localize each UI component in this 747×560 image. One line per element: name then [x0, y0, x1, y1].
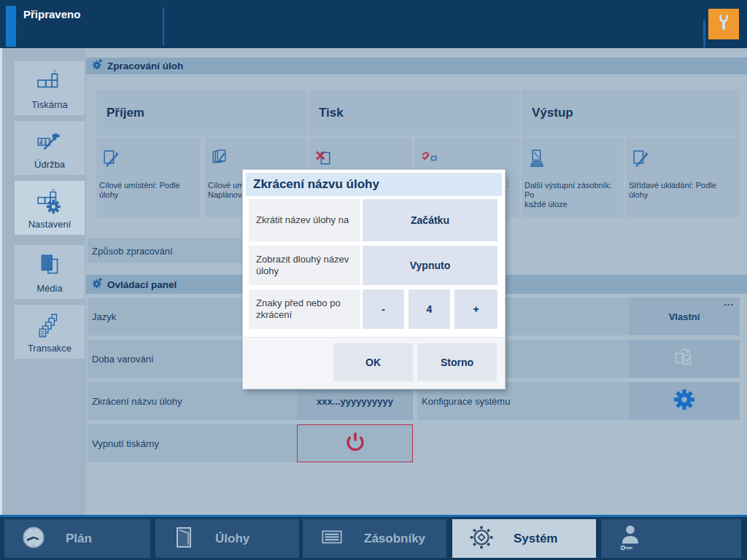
more-options-ellipsis: ...: [724, 297, 734, 308]
topbar-divider-right: [703, 20, 705, 47]
check-red-printer-icon: [420, 149, 440, 171]
show-long-name-toggle-button[interactable]: Vypnuto: [363, 246, 498, 285]
plus-label: +: [473, 303, 479, 315]
nav-tab-label: Úlohy: [215, 532, 249, 546]
sidebar-item-media[interactable]: Média: [15, 245, 85, 299]
column-header-label: Tisk: [319, 106, 344, 120]
printer-status-text: Připraveno: [23, 8, 80, 20]
card-output-tray[interactable]: Další výstupní zásobník: Po každé úloze: [522, 137, 624, 217]
card-text-fragment: :: [507, 179, 509, 188]
gear-printer-icon: [92, 59, 103, 73]
docs-stack-pencil-icon: [211, 149, 231, 171]
trays-icon: [319, 524, 345, 553]
nav-tab-ulohy[interactable]: Úlohy: [155, 519, 299, 558]
increment-button[interactable]: +: [454, 289, 498, 329]
nav-tab-plan[interactable]: Plán: [4, 519, 150, 558]
sidebar-item-tiskarna[interactable]: Tiskárna: [15, 61, 85, 115]
nav-tab-label: Plán: [66, 532, 92, 546]
value-text: xxx...yyyyyyyyyy: [317, 396, 393, 407]
column-header-tisk: Tisk: [309, 90, 519, 136]
card-text: Cílové umístění: Podle úlohy: [99, 181, 198, 200]
ok-button[interactable]: OK: [333, 343, 413, 381]
printer-icon: [36, 67, 63, 96]
nav-tab-system[interactable]: Systém: [452, 519, 596, 558]
section-title: Ovládací panel: [107, 279, 177, 290]
nav-tab-user[interactable]: [601, 519, 741, 558]
printer-control-screen: Připraveno Tiskárn: [0, 0, 747, 560]
column-header-prijem: Příjem: [96, 90, 306, 136]
cancel-label: Storno: [441, 357, 473, 368]
nav-tab-label: Systém: [514, 532, 557, 546]
status-accent-bar: [6, 6, 16, 47]
bottom-navigation-bar: Plán Úlohy Zásobníky: [0, 515, 747, 560]
gear-outline-icon: [468, 524, 495, 553]
count-text: 4: [427, 303, 433, 315]
card-text: Střídavé ukládání: Podle úlohy: [629, 181, 738, 200]
output-tray-icon: [527, 149, 547, 171]
service-wrench-button[interactable]: [708, 9, 739, 39]
column-header-label: Výstup: [532, 106, 573, 120]
section-title: Zpracování úloh: [107, 61, 183, 71]
transactions-icon: [36, 311, 63, 340]
sidebar-item-transakce[interactable]: Transakce: [15, 305, 85, 359]
sidebar-item-label: Transakce: [28, 343, 71, 354]
dialog-footer: OK Storno: [243, 337, 505, 389]
card-text: Další výstupní zásobník: Po každé úloze: [525, 181, 622, 209]
dialog-row-label: Zkrátit název úlohy na: [249, 199, 360, 241]
nav-tab-zasobniky[interactable]: Zásobníky: [303, 519, 446, 558]
character-count-value: 4: [409, 289, 450, 329]
value-text: Vlastní: [669, 311, 700, 322]
column-header-label: Příjem: [107, 106, 144, 120]
ok-label: OK: [365, 357, 381, 368]
card-alternate-stacking[interactable]: Střídavé ukládání: Podle úlohy: [626, 137, 740, 217]
sidebar-item-nastaveni[interactable]: Nastavení: [15, 181, 85, 235]
gear-printer-icon: [92, 278, 103, 292]
job-name-truncation-dialog: Zkrácení názvu úlohy Zkrátit název úlohy…: [243, 170, 505, 389]
row-label: Způsob zpracování: [92, 246, 173, 257]
dialog-row-label: Zobrazit dlouhý název úlohy: [249, 246, 360, 285]
sidebar-item-label: Nastavení: [28, 219, 71, 230]
doc-pencil-icon: [632, 149, 651, 171]
gear-blue-icon: [672, 387, 697, 415]
section-header-job-processing: Zpracování úloh: [86, 58, 747, 74]
minus-label: -: [382, 303, 385, 315]
maintenance-icon: 437: [36, 127, 63, 156]
label-text: Znaky před nebo po zkrácení: [256, 298, 355, 321]
power-icon: [342, 429, 368, 458]
truncate-position-button[interactable]: Začátku: [363, 199, 498, 241]
power-off-button[interactable]: [297, 424, 413, 462]
dialog-row-label: Znaky před nebo po zkrácení: [249, 289, 360, 329]
sidebar-item-label: Média: [36, 283, 62, 294]
doc-cross-red-icon: [314, 149, 334, 171]
copy-settings-button-disabled: [629, 340, 740, 378]
system-configuration-button[interactable]: [629, 382, 740, 420]
doc-pencil-icon: [102, 149, 122, 171]
value-text: Začátku: [411, 214, 449, 226]
settings-sidebar: Tiskárna 437 Údržba: [0, 48, 86, 515]
wrench-icon: [713, 12, 735, 36]
vlastni-value-button[interactable]: Vlastní ...: [629, 298, 740, 335]
card-target-location[interactable]: Cílové umístění: Podle úlohy: [96, 137, 200, 217]
label-text: Zobrazit dlouhý název úlohy: [256, 254, 355, 277]
row-label: Jazyk: [92, 311, 116, 322]
settings-icon: [36, 187, 63, 216]
nav-tab-label: Zásobníky: [364, 532, 425, 546]
sidebar-item-label: Tiskárna: [31, 99, 67, 110]
person-key-icon: [617, 523, 645, 555]
media-icon: [36, 251, 63, 280]
jobs-doc-icon: [171, 525, 196, 553]
row-vypnuti-tiskarny[interactable]: Vypnutí tiskárny: [88, 424, 413, 462]
topbar-divider: [163, 7, 164, 45]
sidebar-item-udrzba[interactable]: 437 Údržba: [15, 121, 85, 175]
row-label: Doba varování: [92, 354, 154, 365]
label-text: Zkrátit název úlohy na: [256, 214, 349, 226]
row-label: Konfigurace systému: [422, 396, 510, 407]
row-label: Vypnutí tiskárny: [92, 438, 159, 449]
column-header-vystup: Výstup: [522, 90, 740, 136]
cancel-button[interactable]: Storno: [417, 343, 497, 381]
copy-check-disabled-icon: [671, 344, 697, 373]
bottombar-accent-line: [0, 515, 747, 517]
sidebar-item-label: Údržba: [34, 159, 65, 170]
decrement-button[interactable]: -: [363, 289, 404, 329]
dialog-title: Zkrácení názvu úlohy: [246, 173, 502, 196]
